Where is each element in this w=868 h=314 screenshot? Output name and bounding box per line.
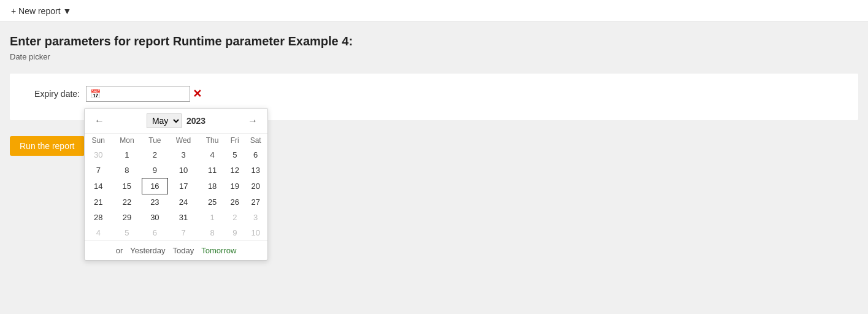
- expiry-label: Expiry date:: [25, 89, 80, 99]
- calendar-weekdays-row: SunMonTueWedThuFriSat: [85, 134, 267, 147]
- calendar-week-row: 78910111213: [85, 163, 267, 168]
- date-text-input[interactable]: [103, 89, 189, 99]
- date-input-wrapper: 📅 ✕: [86, 86, 202, 102]
- calendar-dropdown: ← May 2023 → SunMonTueWedThuFriSat 30123…: [84, 108, 268, 168]
- calendar-day: 30: [85, 147, 112, 163]
- weekday-header: Mon: [112, 134, 142, 147]
- calendar-day[interactable]: 2: [142, 147, 167, 163]
- weekday-header: Sat: [244, 134, 267, 147]
- calendar-day[interactable]: 13: [244, 163, 267, 168]
- calendar-day[interactable]: 6: [244, 147, 267, 163]
- calendar-day[interactable]: 1: [112, 147, 142, 163]
- calendar-day[interactable]: 5: [226, 147, 244, 163]
- calendar-day[interactable]: 11: [199, 163, 226, 168]
- new-report-button[interactable]: + New report ▼: [7, 4, 75, 18]
- expiry-field-row: Expiry date: 📅 ✕: [25, 86, 843, 102]
- weekday-header: Thu: [199, 134, 226, 147]
- calendar-day[interactable]: 12: [226, 163, 244, 168]
- weekday-header: Sun: [85, 134, 112, 147]
- top-bar: + New report ▼: [0, 0, 868, 22]
- weekday-header: Wed: [167, 134, 199, 147]
- calendar-day[interactable]: 10: [167, 163, 199, 168]
- clear-icon[interactable]: ✕: [193, 87, 202, 101]
- calendar-day[interactable]: 3: [167, 147, 199, 163]
- date-input-box[interactable]: 📅: [86, 86, 190, 102]
- prev-month-button[interactable]: ←: [91, 114, 108, 128]
- weekday-header: Tue: [142, 134, 167, 147]
- run-report-button[interactable]: Run the report: [10, 136, 85, 156]
- calendar-year: 2023: [186, 116, 205, 126]
- weekday-header: Fri: [226, 134, 244, 147]
- main-content: Enter parameters for report Runtime para…: [0, 22, 868, 168]
- calendar-week-row: 30123456: [85, 147, 267, 163]
- calendar-day[interactable]: 9: [142, 163, 167, 168]
- calendar-header: ← May 2023 →: [85, 109, 267, 134]
- calendar-day[interactable]: 4: [199, 147, 226, 163]
- calendar-icon: 📅: [90, 89, 101, 99]
- calendar-grid: SunMonTueWedThuFriSat 301234567891011121…: [85, 134, 267, 168]
- form-area: Expiry date: 📅 ✕ ← May 2023 →: [10, 74, 858, 120]
- next-month-button[interactable]: →: [244, 114, 261, 128]
- new-report-label: + New report ▼: [11, 6, 71, 16]
- calendar-body: 3012345678910111213141516171819202122232…: [85, 147, 267, 168]
- month-select[interactable]: May: [147, 113, 182, 128]
- calendar-day[interactable]: 8: [112, 163, 142, 168]
- calendar-day[interactable]: 7: [85, 163, 112, 168]
- page-subtitle: Date picker: [10, 52, 858, 61]
- page-title: Enter parameters for report Runtime para…: [10, 34, 858, 48]
